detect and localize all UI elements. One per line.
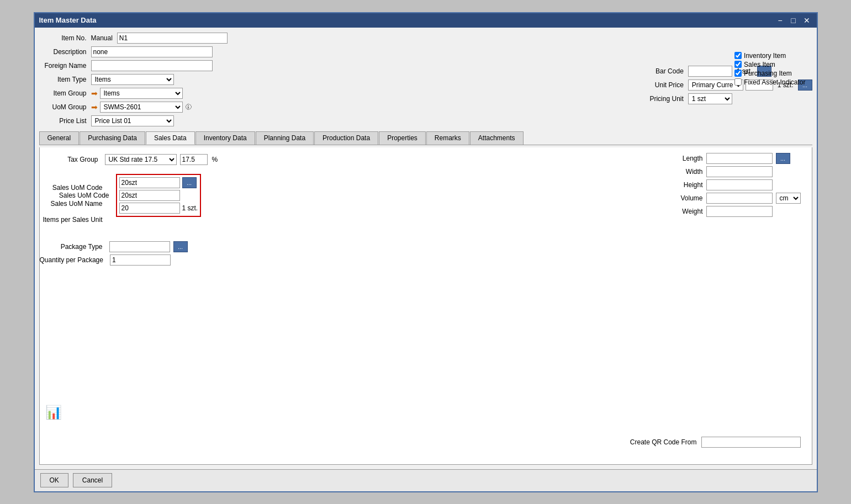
sales-uom-highlighted-box: ... 1 szt. bbox=[116, 174, 202, 217]
uom-group-row: UoM Group ➡ SWMS-2601 🛈 bbox=[39, 101, 632, 113]
inventory-item-row: Inventory Item bbox=[734, 52, 805, 60]
titlebar-buttons: − □ ✕ bbox=[775, 15, 812, 26]
sales-uom-name-inner bbox=[119, 190, 198, 201]
tab-sales[interactable]: Sales Data bbox=[146, 131, 195, 145]
volume-label: Volume bbox=[670, 194, 703, 202]
width-input[interactable] bbox=[706, 166, 773, 177]
sales-uom-name-label-text: Sales UoM Name bbox=[40, 200, 106, 208]
height-row: Height bbox=[670, 179, 801, 190]
tab-production[interactable]: Production Data bbox=[314, 131, 378, 145]
uom-group-arrow-icon: ➡ bbox=[91, 103, 98, 112]
weight-label: Weight bbox=[670, 208, 703, 215]
main-content: Item No. Manual Description Foreign Name… bbox=[35, 28, 817, 469]
info-icon: 🛈 bbox=[185, 103, 192, 111]
sales-uom-code-input[interactable] bbox=[119, 177, 180, 188]
main-window: Item Master Data − □ ✕ Item No. Manual D… bbox=[34, 12, 818, 492]
item-group-select[interactable]: Items bbox=[100, 88, 183, 99]
percent-symbol: % bbox=[212, 156, 218, 163]
weight-row: Weight bbox=[670, 206, 801, 217]
description-input[interactable] bbox=[91, 46, 213, 57]
qr-code-input[interactable] bbox=[701, 437, 801, 448]
length-input[interactable] bbox=[706, 153, 773, 164]
tab-properties[interactable]: Properties bbox=[379, 131, 426, 145]
fixed-asset-row: Fixed Asset Indicator bbox=[734, 78, 805, 86]
volume-row: Volume cm bbox=[670, 193, 801, 204]
titlebar: Item Master Data − □ ✕ bbox=[35, 13, 817, 28]
pricing-unit-select[interactable]: 1 szt bbox=[688, 93, 732, 104]
foreign-name-row: Foreign Name bbox=[39, 60, 632, 72]
pricing-unit-label: Pricing Unit bbox=[647, 95, 686, 103]
length-row: Length ... bbox=[670, 153, 801, 164]
height-label: Height bbox=[670, 181, 703, 189]
volume-unit-select[interactable]: cm bbox=[776, 193, 801, 204]
items-per-sales-unit-qty: 1 szt. bbox=[182, 204, 198, 212]
checkboxes-section: Inventory Item Sales Item Purchasing Ite… bbox=[734, 52, 805, 86]
tabs-bar: General Purchasing Data Sales Data Inven… bbox=[39, 131, 812, 145]
item-group-label: Item Group bbox=[39, 89, 89, 97]
qty-per-package-label: Quantity per Package bbox=[40, 256, 107, 264]
price-list-select[interactable]: Price List 01 bbox=[91, 115, 174, 126]
tab-attachments[interactable]: Attachments bbox=[470, 131, 524, 145]
footer: OK Cancel bbox=[35, 469, 817, 491]
uom-group-select[interactable]: SWMS-2601 bbox=[100, 102, 183, 113]
tab-general[interactable]: General bbox=[39, 131, 80, 145]
dimensions-section: Length ... Width Height Volume cm bbox=[670, 153, 801, 217]
items-per-sales-unit-label-text: Items per Sales Unit bbox=[40, 216, 106, 224]
tax-rate-input[interactable] bbox=[180, 154, 208, 165]
width-label: Width bbox=[670, 168, 703, 176]
inventory-item-label: Inventory Item bbox=[744, 52, 786, 60]
close-button[interactable]: ✕ bbox=[801, 15, 812, 26]
tax-group-label: Tax Group bbox=[46, 156, 102, 163]
uom-labels: Sales UoM Code Sales UoM Name Items per … bbox=[40, 181, 106, 227]
tab-remarks[interactable]: Remarks bbox=[426, 131, 469, 145]
tax-group-select[interactable]: UK Std rate 17.5 bbox=[105, 154, 177, 165]
items-per-sales-unit-inner: 1 szt. bbox=[119, 203, 198, 214]
package-type-input[interactable] bbox=[109, 241, 170, 252]
tab-purchasing[interactable]: Purchasing Data bbox=[80, 131, 145, 145]
volume-input[interactable] bbox=[706, 193, 773, 204]
uom-group-label: UoM Group bbox=[39, 103, 89, 111]
sales-item-checkbox[interactable] bbox=[734, 61, 742, 68]
qr-label: Create QR Code From bbox=[630, 438, 697, 446]
item-type-label: Item Type bbox=[39, 76, 89, 83]
description-label: Description bbox=[39, 48, 89, 56]
package-type-dots-button[interactable]: ... bbox=[173, 241, 188, 252]
sales-uom-name-input[interactable] bbox=[119, 190, 180, 201]
qr-section: Create QR Code From bbox=[630, 437, 801, 448]
fixed-asset-checkbox[interactable] bbox=[734, 78, 742, 86]
bar-code-input[interactable] bbox=[688, 66, 732, 77]
sales-uom-code-dots-button[interactable]: ... bbox=[182, 177, 197, 188]
inventory-item-checkbox[interactable] bbox=[734, 52, 742, 59]
item-no-mode: Manual bbox=[91, 34, 113, 42]
cancel-button[interactable]: Cancel bbox=[73, 473, 112, 487]
height-input[interactable] bbox=[706, 179, 773, 190]
tab-planning[interactable]: Planning Data bbox=[256, 131, 314, 145]
item-group-row: Item Group ➡ Items bbox=[39, 87, 632, 99]
window-title: Item Master Data bbox=[39, 16, 97, 24]
foreign-name-label: Foreign Name bbox=[39, 62, 89, 70]
package-type-label: Package Type bbox=[40, 243, 106, 251]
length-dots-button[interactable]: ... bbox=[776, 153, 790, 164]
qty-per-package-input[interactable] bbox=[110, 254, 171, 266]
sales-uom-code-inner: ... bbox=[119, 177, 198, 188]
minimize-button[interactable]: − bbox=[775, 15, 786, 26]
items-per-sales-unit-input[interactable] bbox=[119, 203, 180, 214]
restore-button[interactable]: □ bbox=[788, 15, 799, 26]
ok-button[interactable]: OK bbox=[40, 473, 68, 487]
item-no-input[interactable] bbox=[117, 33, 228, 44]
sales-uom-code-label-text: Sales UoM Code bbox=[40, 184, 106, 192]
tab-inventory[interactable]: Inventory Data bbox=[195, 131, 255, 145]
package-section: Package Type ... Quantity per Package bbox=[40, 241, 188, 266]
item-no-row: Item No. Manual bbox=[39, 32, 632, 44]
purchasing-item-checkbox[interactable] bbox=[734, 70, 742, 77]
foreign-name-input[interactable] bbox=[91, 60, 213, 71]
pricing-unit-row: Pricing Unit 1 szt bbox=[647, 93, 812, 105]
item-group-arrow-icon: ➡ bbox=[91, 89, 98, 98]
chart-icon: 📊 bbox=[45, 405, 62, 420]
tab-content-sales: Tax Group UK Std rate 17.5 % Sales UoM C… bbox=[39, 147, 812, 465]
weight-input[interactable] bbox=[706, 206, 773, 217]
item-type-select[interactable]: Items bbox=[91, 74, 174, 85]
description-row: Description bbox=[39, 46, 632, 58]
width-row: Width bbox=[670, 166, 801, 177]
chart-area: 📊 bbox=[45, 394, 62, 420]
